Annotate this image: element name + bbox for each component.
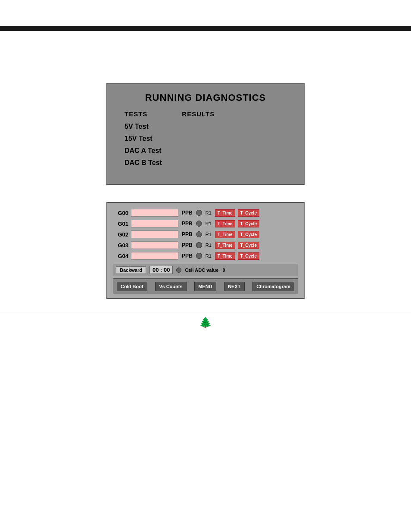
test-row-dac-b: DAC B Test: [125, 159, 291, 167]
gas-label-g01: G01: [113, 221, 128, 227]
r1-label-g00: R1: [206, 210, 212, 215]
ppb-label-g04: PPB: [182, 253, 193, 259]
r1-label-g01: R1: [206, 221, 212, 226]
status-bar: Backward 00 : 00 Cell ADC value 0: [113, 264, 298, 276]
t-time-btn-g04[interactable]: T_Time: [215, 252, 235, 260]
circle-icon-g01[interactable]: [196, 221, 202, 227]
top-bar: [0, 26, 411, 31]
r1-label-g02: R1: [206, 232, 212, 237]
gas-input-g02[interactable]: [131, 230, 178, 238]
diagnostics-header-row: TESTS RESULTS: [120, 110, 291, 118]
ppb-label-g03: PPB: [182, 242, 193, 248]
gas-label-g00: G00: [113, 210, 128, 216]
r1-label-g04: R1: [206, 253, 212, 258]
ppb-label-g02: PPB: [182, 231, 193, 237]
gas-input-g00[interactable]: [131, 209, 178, 217]
t-time-btn-g02[interactable]: T_Time: [215, 231, 235, 238]
gas-input-g04[interactable]: [131, 252, 178, 260]
monitor-panel: G00 PPB R1 T_Time T_Cycle G01 PPB R1 T_T…: [106, 202, 305, 299]
menu-button[interactable]: MENU: [194, 282, 216, 291]
tests-header: TESTS: [125, 110, 147, 118]
status-circle-icon: [176, 268, 181, 273]
t-cycle-btn-g04[interactable]: T_Cycle: [238, 252, 259, 260]
circle-icon-g03[interactable]: [196, 242, 202, 248]
chromatogram-button[interactable]: Chromatogram: [252, 282, 294, 291]
footer-icon: 🌲: [199, 317, 212, 328]
cell-adc-label: Cell ADC value 0: [185, 268, 225, 273]
test-row-dac-a: DAC A Test: [125, 147, 291, 155]
vs-counts-button[interactable]: Vs Counts: [155, 282, 186, 291]
results-header: RESULTS: [182, 110, 215, 118]
ppb-label-g01: PPB: [182, 221, 193, 227]
t-cycle-btn-g03[interactable]: T_Cycle: [238, 242, 259, 249]
circle-icon-g00[interactable]: [196, 210, 202, 216]
circle-icon-g02[interactable]: [196, 231, 202, 237]
t-time-btn-g03[interactable]: T_Time: [215, 242, 235, 249]
gas-row-g01: G01 PPB R1 T_Time T_Cycle: [113, 220, 298, 227]
gas-input-g01[interactable]: [131, 220, 178, 227]
gas-row-g04: G04 PPB R1 T_Time T_Cycle: [113, 252, 298, 260]
test-row-5v: 5V Test: [125, 123, 291, 131]
bottom-toolbar: Cold Boot Vs Counts MENU NEXT Chromatogr…: [113, 278, 298, 294]
ppb-label-g00: PPB: [182, 210, 193, 216]
cold-boot-button[interactable]: Cold Boot: [117, 282, 147, 291]
t-cycle-btn-g02[interactable]: T_Cycle: [238, 231, 259, 238]
gas-label-g02: G02: [113, 231, 128, 238]
footer: 🌲: [0, 312, 411, 329]
gas-row-g02: G02 PPB R1 T_Time T_Cycle: [113, 230, 298, 238]
gas-label-g04: G04: [113, 253, 128, 259]
diagnostics-tests: 5V Test 15V Test DAC A Test DAC B Test: [120, 123, 291, 167]
gas-row-g00: G00 PPB R1 T_Time T_Cycle: [113, 209, 298, 217]
t-time-btn-g01[interactable]: T_Time: [215, 220, 235, 227]
time-display: 00 : 00: [149, 266, 173, 274]
gas-input-g03[interactable]: [131, 241, 178, 249]
r1-label-g03: R1: [206, 243, 212, 248]
circle-icon-g04[interactable]: [196, 253, 202, 259]
next-button[interactable]: NEXT: [224, 282, 244, 291]
test-row-15v: 15V Test: [125, 135, 291, 143]
t-cycle-btn-g00[interactable]: T_Cycle: [238, 209, 259, 217]
diagnostics-panel: RUNNING DIAGNOSTICS TESTS RESULTS 5V Tes…: [106, 83, 305, 185]
backward-button[interactable]: Backward: [116, 266, 146, 274]
diagnostics-title: RUNNING DIAGNOSTICS: [120, 92, 291, 103]
t-time-btn-g00[interactable]: T_Time: [215, 209, 235, 217]
gas-row-g03: G03 PPB R1 T_Time T_Cycle: [113, 241, 298, 249]
gas-label-g03: G03: [113, 242, 128, 249]
t-cycle-btn-g01[interactable]: T_Cycle: [238, 220, 259, 227]
